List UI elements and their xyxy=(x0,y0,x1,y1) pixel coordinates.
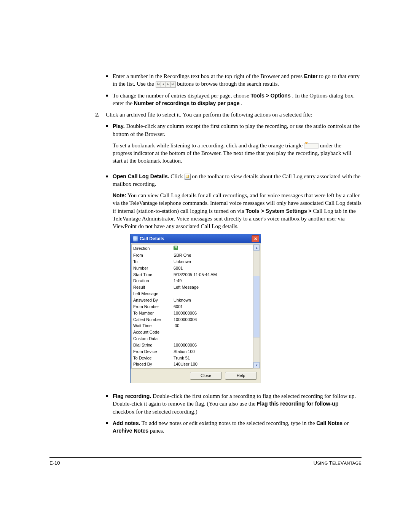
t: ELE xyxy=(332,461,341,465)
dialog-row-value: 140User 100 xyxy=(174,361,251,367)
page-footer: E-10 USING TELEVANTAGE xyxy=(49,457,362,466)
dialog-row-label: To Device xyxy=(133,355,174,361)
bold-archive-notes: Archive Notes xyxy=(113,428,148,434)
dialog-row: From Number6001 xyxy=(132,304,253,310)
text: or xyxy=(344,420,349,426)
bullet-marker: ■ xyxy=(106,122,113,168)
t: ANTAGE xyxy=(344,461,362,465)
bold-open-call-log: Open Call Log Details. xyxy=(113,173,169,179)
bullet-text: Flag recording. Double-click the first c… xyxy=(113,392,362,415)
dialog-row-label: Duration xyxy=(133,278,174,284)
dialog-row-label: Placed By xyxy=(133,361,174,367)
last-icon: ▸І xyxy=(171,82,175,87)
dialog-row: Direction xyxy=(132,245,253,252)
dialog-row-value: 1000000006 xyxy=(174,317,251,323)
dialog-row-value xyxy=(174,336,251,342)
bold-tools-syssettings: Tools > System Settings > xyxy=(246,208,312,214)
text: . xyxy=(241,100,242,106)
dialog-row: Left Message xyxy=(132,291,253,297)
bullet-item: ■ Open Call Log Details. Click on the to… xyxy=(106,173,362,389)
dialog-row: Called Number1000000006 xyxy=(132,316,253,323)
dialog-row-value: 6001 xyxy=(174,265,251,271)
call-details-dialog: Call Details ✕ DirectionFromSBR OneToUnk… xyxy=(130,234,261,383)
text: To change the number of entries displaye… xyxy=(113,93,251,99)
first-icon: І◂ xyxy=(156,82,161,87)
dialog-row: Placed By140User 100 xyxy=(132,361,253,367)
dialog-row-value: Trunk 51 xyxy=(174,355,251,361)
dialog-row-label: Direction xyxy=(133,246,174,252)
bold-play: Play. xyxy=(113,123,125,129)
dialog-grid: DirectionFromSBR OneToUnknownNumber6001S… xyxy=(131,244,253,369)
dialog-row-label: To xyxy=(133,259,174,265)
scroll-down-icon[interactable]: ▾ xyxy=(253,362,260,368)
bullet-item: ■ Enter a number in the Recordings text … xyxy=(106,72,362,88)
dialog-row-value: Unknown xyxy=(174,259,251,265)
bullet-item: ■ To change the number of entries displa… xyxy=(106,92,362,107)
dialog-row: Custom Data xyxy=(132,335,253,342)
dialog-row: Dial String1000000006 xyxy=(132,342,253,348)
bold-num-recordings: Number of recordings to display per page xyxy=(134,100,240,106)
dialog-app-icon xyxy=(133,236,138,241)
dialog-row: FromSBR One xyxy=(132,252,253,259)
dialog-row: ToUnknown xyxy=(132,259,253,265)
dialog-row-value: 9/13/2005 11:05:44 AM xyxy=(174,272,251,278)
dialog-body: DirectionFromSBR OneToUnknownNumber6001S… xyxy=(131,243,261,369)
prev-icon: ◂ xyxy=(161,82,166,87)
dialog-row: Duration1:49 xyxy=(132,278,253,284)
scroll-up-icon[interactable]: ▴ xyxy=(253,244,260,251)
dialog-row: To Number1000000006 xyxy=(132,310,253,316)
dialog-row-value: 6001 xyxy=(174,304,251,310)
dialog-row-label: Dial String xyxy=(133,342,174,348)
dialog-row-label: Custom Data xyxy=(133,336,174,342)
t: V xyxy=(341,460,344,466)
document-page: ■ Enter a number in the Recordings text … xyxy=(0,0,411,489)
bold-note: Note: xyxy=(113,192,126,198)
dialog-row-label: Start Time xyxy=(133,272,174,278)
t: SING xyxy=(317,461,329,465)
dialog-title-left: Call Details xyxy=(133,236,164,242)
dialog-row-value xyxy=(174,329,251,335)
text: panes. xyxy=(150,428,164,434)
scroll-thumb[interactable] xyxy=(253,276,260,337)
bullet-marker: ■ xyxy=(106,392,113,415)
dialog-row: Answered ByUnknown xyxy=(132,297,253,304)
dialog-row-value xyxy=(174,291,251,297)
dialog-row-value: 1000000006 xyxy=(174,342,251,348)
dialog-scrollbar[interactable]: ▴ ▾ xyxy=(253,244,260,369)
text: Double-click any column except the first… xyxy=(113,123,360,137)
dialog-row-label: Answered By xyxy=(133,297,174,303)
dialog-row-value: :00 xyxy=(174,323,251,329)
bold-flag-this: Flag this recording for follow-up xyxy=(257,401,339,407)
dialog-row-label: Result xyxy=(133,284,174,290)
bold-enter: Enter xyxy=(304,73,318,79)
bullet-item: ■ Flag recording. Double-click the first… xyxy=(106,392,362,415)
dialog-button-row: Close Help xyxy=(131,369,261,383)
t: U xyxy=(314,460,317,466)
dialog-row-label: Called Number xyxy=(133,317,174,323)
close-button[interactable]: Close xyxy=(190,372,222,380)
dialog-row: ResultLeft Message xyxy=(132,284,253,291)
dialog-row-value: 1:49 xyxy=(174,278,251,284)
bullet-text: Add notes. To add new notes or edit exis… xyxy=(113,419,362,435)
call-log-details-icon xyxy=(185,174,191,180)
dialog-row-value: SBR One xyxy=(174,252,251,258)
bold-call-notes: Call Notes xyxy=(317,420,342,426)
dialog-row-value: 1000000006 xyxy=(174,310,251,316)
dialog-row: Account Code xyxy=(132,329,253,335)
dialog-row-label: Left Message xyxy=(133,291,174,297)
t: T xyxy=(329,460,332,466)
dialog-row-value: Station 100 xyxy=(174,349,251,355)
footer-book-title: USING TELEVANTAGE xyxy=(314,460,362,466)
progress-indicator-icon xyxy=(304,143,319,149)
text: To add new notes or edit existing notes … xyxy=(142,420,317,426)
bullet-text: Open Call Log Details. Click on the tool… xyxy=(113,173,362,389)
step-text: Click an archived file to select it. You… xyxy=(106,111,362,118)
bullet-marker: ■ xyxy=(106,173,113,389)
help-button[interactable]: Help xyxy=(225,372,257,380)
text: To set a bookmark while listening to a r… xyxy=(113,142,304,149)
dialog-close-button[interactable]: ✕ xyxy=(252,235,259,242)
dialog-row: Wait Time:00 xyxy=(132,323,253,329)
dialog-row-value: Left Message xyxy=(174,284,251,290)
dialog-row-label: Account Code xyxy=(133,329,174,335)
dialog-titlebar: Call Details ✕ xyxy=(131,234,261,243)
